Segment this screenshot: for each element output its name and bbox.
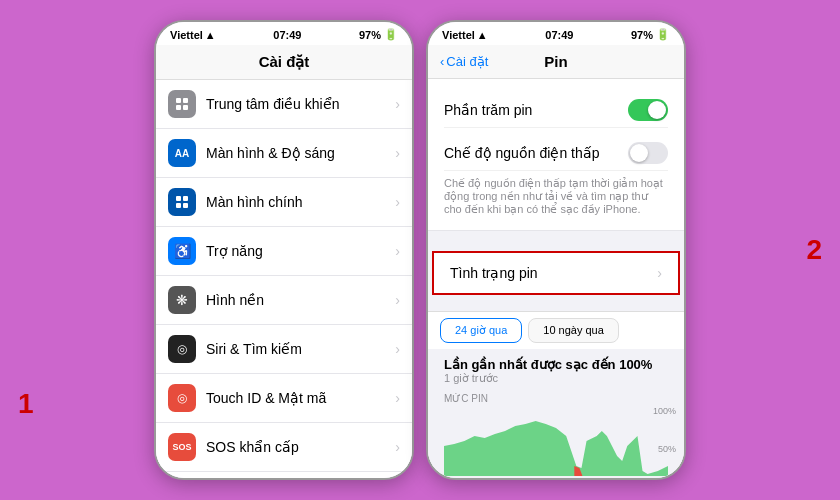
trung-tam-icon xyxy=(168,90,196,118)
step-label-2: 2 xyxy=(806,234,822,266)
battery-icon-2: 🔋 xyxy=(656,28,670,41)
man-hinh-do-sang-label: Màn hình & Độ sáng xyxy=(206,145,385,161)
chevron-icon-4: › xyxy=(395,243,400,259)
back-button[interactable]: ‹ Cài đặt xyxy=(440,54,488,69)
charge-info: Lần gần nhất được sạc đến 100% 1 giờ trư… xyxy=(428,349,684,389)
battery-icon-1: 🔋 xyxy=(384,28,398,41)
che-do-desc: Chế độ nguồn điện thấp tạm thời giảm hoạ… xyxy=(444,171,668,216)
status-right-1: 97% 🔋 xyxy=(359,28,398,41)
tinh-trang-label: Tình trạng pin xyxy=(450,265,538,281)
chart-label-50: 50% xyxy=(658,444,676,454)
settings-item-man-hinh-chinh[interactable]: Màn hình chính › xyxy=(156,178,412,227)
settings-item-man-hinh-do-sang[interactable]: AA Màn hình & Độ sáng › xyxy=(156,129,412,178)
nav-bar-1: Cài đặt xyxy=(156,45,412,80)
man-hinh-chinh-label: Màn hình chính xyxy=(206,194,385,210)
che-do-row: Chế độ nguồn điện thấp xyxy=(444,136,668,171)
wifi-icon-2: ▲ xyxy=(477,29,488,41)
gap-1 xyxy=(428,231,684,251)
chevron-icon-3: › xyxy=(395,194,400,210)
phone-2: Viettel ▲ 07:49 97% 🔋 ‹ Cài đặt Pin Phần… xyxy=(426,20,686,480)
tro-nang-label: Trợ năng xyxy=(206,243,385,259)
pin-screen: Phần trăm pin Chế độ nguồn điện thấp Chế… xyxy=(428,79,684,478)
svg-rect-2 xyxy=(176,105,181,110)
step-label-1: 1 xyxy=(18,388,34,420)
siri-icon: ◎ xyxy=(168,335,196,363)
battery-2: 97% xyxy=(631,29,653,41)
settings-item-siri[interactable]: ◎ Siri & Tìm kiếm › xyxy=(156,325,412,374)
charge-sub: 1 giờ trước xyxy=(444,372,668,385)
battery-chart-area: 100% 50% HOẠT ĐỘNG xyxy=(428,406,684,478)
settings-item-tro-nang[interactable]: ♿ Trợ năng › xyxy=(156,227,412,276)
tinh-trang-row[interactable]: Tình trạng pin › xyxy=(432,251,680,295)
trung-tam-label: Trung tâm điều khiển xyxy=(206,96,385,112)
settings-item-trung-tam[interactable]: Trung tâm điều khiển › xyxy=(156,80,412,129)
back-label: Cài đặt xyxy=(446,54,488,69)
nav-bar-2: ‹ Cài đặt Pin xyxy=(428,45,684,79)
svg-rect-1 xyxy=(183,98,188,103)
sos-label: SOS khẩn cấp xyxy=(206,439,385,455)
tab-bar: 24 giờ qua 10 ngày qua xyxy=(428,311,684,349)
touchid-label: Touch ID & Mật mã xyxy=(206,390,385,406)
chevron-icon-2: › xyxy=(395,145,400,161)
sos-icon: SOS xyxy=(168,433,196,461)
nav-title-1: Cài đặt xyxy=(259,53,310,71)
chart-label-100: 100% xyxy=(653,406,676,416)
hinh-nen-label: Hình nền xyxy=(206,292,385,308)
time-2: 07:49 xyxy=(545,29,573,41)
svg-marker-8 xyxy=(444,421,668,476)
chevron-icon-8: › xyxy=(395,439,400,455)
phan-tram-toggle[interactable] xyxy=(628,99,668,121)
status-left-1: Viettel ▲ xyxy=(170,29,216,41)
gap-2 xyxy=(428,295,684,311)
phan-tram-row: Phần trăm pin xyxy=(444,93,668,128)
nav-title-2: Pin xyxy=(544,53,567,70)
chevron-icon: › xyxy=(395,96,400,112)
settings-item-hinh-nen[interactable]: ❋ Hình nền › xyxy=(156,276,412,325)
chevron-icon-6: › xyxy=(395,341,400,357)
che-do-toggle[interactable] xyxy=(628,142,668,164)
settings-item-touchid[interactable]: ◎ Touch ID & Mật mã › xyxy=(156,374,412,423)
tro-nang-icon: ♿ xyxy=(168,237,196,265)
man-hinh-chinh-icon xyxy=(168,188,196,216)
phone-1: Viettel ▲ 07:49 97% 🔋 Cài đặt Trung tâm … xyxy=(154,20,414,480)
svg-rect-3 xyxy=(183,105,188,110)
touchid-icon: ◎ xyxy=(168,384,196,412)
muc-pin-label: MỨC PIN xyxy=(428,389,684,406)
status-left-2: Viettel ▲ xyxy=(442,29,488,41)
settings-list: Trung tâm điều khiển › AA Màn hình & Độ … xyxy=(156,80,412,478)
svg-rect-6 xyxy=(176,203,181,208)
phan-tram-label: Phần trăm pin xyxy=(444,102,532,118)
carrier-1: Viettel xyxy=(170,29,203,41)
charge-title: Lần gần nhất được sạc đến 100% xyxy=(444,357,668,372)
tab-24h[interactable]: 24 giờ qua xyxy=(440,318,522,343)
siri-label: Siri & Tìm kiếm xyxy=(206,341,385,357)
tab-10d[interactable]: 10 ngày qua xyxy=(528,318,619,343)
svg-rect-5 xyxy=(183,196,188,201)
chevron-icon-7: › xyxy=(395,390,400,406)
pin-toggle-section: Phần trăm pin Chế độ nguồn điện thấp Chế… xyxy=(428,79,684,231)
svg-rect-7 xyxy=(183,203,188,208)
svg-rect-4 xyxy=(176,196,181,201)
che-do-section: Chế độ nguồn điện thấp Chế độ nguồn điện… xyxy=(444,128,668,216)
battery-chart-svg xyxy=(444,406,668,476)
wifi-icon-1: ▲ xyxy=(205,29,216,41)
tinh-trang-chevron-icon: › xyxy=(657,265,662,281)
svg-rect-0 xyxy=(176,98,181,103)
settings-item-thong-bao[interactable]: ☀ Thông báo tiếp xúc › xyxy=(156,472,412,478)
status-right-2: 97% 🔋 xyxy=(631,28,670,41)
phones-container: Viettel ▲ 07:49 97% 🔋 Cài đặt Trung tâm … xyxy=(154,20,686,480)
status-bar-2: Viettel ▲ 07:49 97% 🔋 xyxy=(428,22,684,45)
chevron-icon-5: › xyxy=(395,292,400,308)
hinh-nen-icon: ❋ xyxy=(168,286,196,314)
status-bar-1: Viettel ▲ 07:49 97% 🔋 xyxy=(156,22,412,45)
man-hinh-icon: AA xyxy=(168,139,196,167)
battery-1: 97% xyxy=(359,29,381,41)
back-chevron-icon: ‹ xyxy=(440,54,444,69)
settings-item-sos[interactable]: SOS SOS khẩn cấp › xyxy=(156,423,412,472)
che-do-label: Chế độ nguồn điện thấp xyxy=(444,145,600,161)
carrier-2: Viettel xyxy=(442,29,475,41)
time-1: 07:49 xyxy=(273,29,301,41)
